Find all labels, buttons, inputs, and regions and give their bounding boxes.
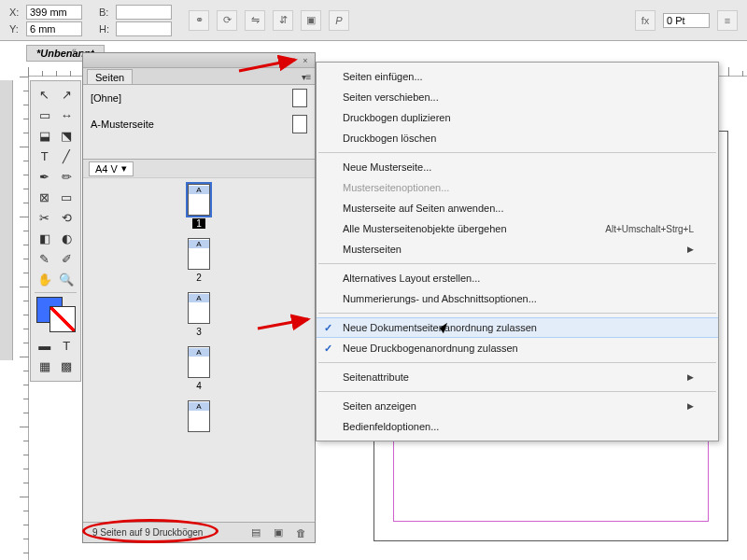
- view-mode-preview-icon[interactable]: ▩: [57, 357, 78, 375]
- note-tool[interactable]: ✎: [35, 249, 55, 268]
- menu-separator: [318, 362, 716, 363]
- menu-item-label: Neue Druckbogenanordnung zulassen: [343, 343, 518, 354]
- gradient-swatch-tool[interactable]: ◧: [35, 229, 55, 247]
- menu-item[interactable]: Seiten verschieben...: [317, 87, 718, 107]
- rectangle-tool[interactable]: ▭: [57, 188, 78, 206]
- edit-page-size-icon[interactable]: ▤: [247, 525, 264, 540]
- master-none-row[interactable]: [Ohne]: [83, 85, 315, 111]
- menu-item-label: Alternatives Layout erstellen...: [343, 273, 480, 284]
- page-thumb[interactable]: A: [188, 184, 210, 216]
- fx-icon[interactable]: fx: [635, 10, 655, 31]
- menu-item[interactable]: ✓Neue Druckbogenanordnung zulassen: [317, 338, 718, 358]
- page-tool[interactable]: ▭: [35, 105, 55, 124]
- submenu-arrow-icon: ▶: [687, 401, 694, 411]
- menu-item[interactable]: Alle Musterseitenobjekte übergehenAlt+Um…: [317, 218, 718, 239]
- menu-item-label: Druckbogen löschen: [343, 133, 436, 144]
- link-icon[interactable]: ⚭: [189, 10, 209, 31]
- pencil-tool[interactable]: ✏: [57, 167, 78, 186]
- page-item[interactable]: A 1: [83, 184, 315, 229]
- page-number: 2: [192, 273, 205, 283]
- line-tool[interactable]: ╱: [57, 147, 78, 165]
- submenu-arrow-icon: ▶: [687, 245, 694, 254]
- content-collector-tool[interactable]: ⬓: [35, 126, 55, 145]
- panel-flyout-button[interactable]: ▾≡: [300, 70, 313, 83]
- free-transform-tool[interactable]: ⟲: [57, 208, 78, 227]
- selection-tool[interactable]: ↖: [35, 85, 55, 104]
- page-item[interactable]: A 2: [83, 238, 315, 283]
- pages-list[interactable]: A 1 A 2 A 3 A 4 A: [83, 178, 315, 522]
- paragraph-icon[interactable]: P: [329, 10, 349, 31]
- menu-separator: [318, 313, 716, 314]
- gap-tool[interactable]: ↔: [57, 105, 78, 124]
- menu-item-label: Seiten verschieben...: [343, 91, 439, 103]
- menu-item[interactable]: Alternatives Layout erstellen...: [317, 268, 718, 288]
- apply-none-icon[interactable]: T: [57, 336, 78, 355]
- panel-titlebar[interactable]: « ×: [83, 53, 315, 68]
- flip-h-icon[interactable]: ⇋: [245, 10, 265, 31]
- page-item[interactable]: A 3: [83, 292, 315, 337]
- master-pages-section: [Ohne] A-Musterseite: [83, 85, 315, 160]
- page-thumb[interactable]: A: [188, 400, 210, 432]
- menu-item-label: Musterseite auf Seiten anwenden...: [343, 203, 503, 214]
- master-a-row[interactable]: A-Musterseite: [83, 111, 315, 137]
- menu-item[interactable]: Bedienfeldoptionen...: [317, 416, 718, 437]
- tab-expand-icon[interactable]: «: [69, 45, 79, 55]
- gradient-feather-tool[interactable]: ◐: [57, 229, 78, 247]
- page-thumb[interactable]: A: [188, 346, 210, 378]
- direct-selection-tool[interactable]: ↗: [57, 85, 78, 104]
- page-number: 3: [192, 327, 205, 337]
- menu-item[interactable]: Seiten einfügen...: [317, 66, 718, 87]
- menu-item[interactable]: Druckbogen duplizieren: [317, 107, 718, 128]
- menu-item[interactable]: ✓Neue Dokumentseitenanordnung zulassen: [317, 317, 718, 338]
- w-input[interactable]: [116, 5, 172, 20]
- menu-item[interactable]: Druckbogen löschen: [317, 128, 718, 148]
- menu-item[interactable]: Musterseiten▶: [317, 239, 718, 259]
- rectangle-frame-tool[interactable]: ⊠: [35, 188, 55, 206]
- layout-combo[interactable]: A4 V▾: [89, 161, 134, 176]
- delete-page-icon[interactable]: 🗑: [292, 525, 309, 540]
- type-tool[interactable]: T: [35, 147, 55, 165]
- zoom-tool[interactable]: 🔍: [57, 270, 78, 288]
- new-page-icon[interactable]: ▣: [270, 525, 287, 540]
- flip-v-icon[interactable]: ⇵: [273, 10, 293, 31]
- menu-item-label: Musterseitenoptionen...: [343, 182, 449, 193]
- view-mode-normal-icon[interactable]: ▦: [35, 357, 55, 375]
- hand-tool[interactable]: ✋: [35, 270, 55, 288]
- arrange-icon[interactable]: ≡: [717, 10, 738, 31]
- container-icon[interactable]: ▣: [301, 10, 321, 31]
- menu-item-label: Neue Dokumentseitenanordnung zulassen: [343, 322, 537, 333]
- h-input[interactable]: [116, 21, 172, 36]
- menu-item[interactable]: Nummerierungs- und Abschnittsoptionen...: [317, 288, 718, 309]
- page-item[interactable]: A 4: [83, 346, 315, 391]
- page-thumb[interactable]: A: [188, 292, 210, 324]
- menu-item-label: Seitenattribute: [343, 371, 409, 383]
- page-thumb[interactable]: A: [188, 238, 210, 270]
- menu-item[interactable]: Seiten anzeigen▶: [317, 396, 718, 416]
- pen-tool[interactable]: ✒: [35, 167, 55, 186]
- master-a-thumb[interactable]: [292, 115, 307, 133]
- menu-item-label: Druckbogen duplizieren: [343, 112, 451, 123]
- scissors-tool[interactable]: ✂: [35, 208, 55, 227]
- page-item[interactable]: A: [83, 400, 315, 435]
- x-input[interactable]: 399 mm: [26, 5, 82, 20]
- submenu-arrow-icon: ▶: [687, 372, 694, 382]
- apply-color-icon[interactable]: ▬: [35, 336, 55, 355]
- panel-collapse-icon[interactable]: «: [285, 55, 296, 66]
- stroke-swatch[interactable]: [49, 306, 76, 332]
- menu-item[interactable]: Musterseite auf Seiten anwenden...: [317, 198, 718, 218]
- stroke-weight-input[interactable]: 0 Pt: [663, 13, 710, 28]
- panel-close-icon[interactable]: ×: [300, 55, 311, 66]
- menu-item[interactable]: Neue Musterseite...: [317, 157, 718, 177]
- master-none-thumb[interactable]: [292, 89, 307, 107]
- menu-item-label: Musterseiten: [343, 244, 402, 255]
- pages-panel-menu: Seiten einfügen...Seiten verschieben...D…: [316, 62, 719, 441]
- content-placer-tool[interactable]: ⬔: [57, 126, 78, 145]
- ruler-vertical[interactable]: [14, 77, 29, 560]
- menu-item[interactable]: Seitenattribute▶: [317, 367, 718, 387]
- panel-dock[interactable]: [0, 80, 13, 360]
- pages-tab[interactable]: Seiten: [87, 69, 133, 84]
- menu-separator: [318, 263, 716, 264]
- eyedropper-tool[interactable]: ✐: [57, 249, 78, 268]
- rotate-icon[interactable]: ⟳: [217, 10, 237, 31]
- y-input[interactable]: 6 mm: [26, 21, 82, 36]
